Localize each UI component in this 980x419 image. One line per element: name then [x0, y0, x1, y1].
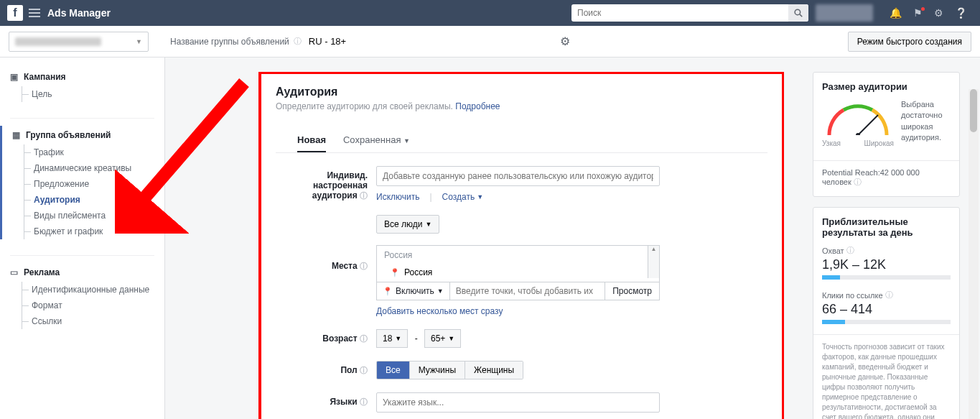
- account-avatar[interactable]: [816, 4, 873, 22]
- sidebar-item-identity[interactable]: Идентификационные данные: [22, 282, 164, 298]
- create-link[interactable]: Создать ▼: [442, 192, 484, 202]
- tab-new[interactable]: Новая: [297, 129, 326, 152]
- adset-icon: ▦: [12, 130, 20, 140]
- gender-men[interactable]: Мужчины: [410, 362, 465, 379]
- sidebar-section-adset: ▦Группа объявлений Трафик Динамические к…: [0, 126, 164, 239]
- reach-label: Охват ⓘ: [822, 245, 951, 256]
- reach-value: 1,9K – 12K: [822, 257, 951, 272]
- clicks-value: 66 – 414: [822, 302, 951, 317]
- chevron-down-icon: ▼: [136, 38, 142, 45]
- app-title: Ads Manager: [47, 7, 111, 19]
- top-bar: f Ads Manager 🔔 ⚑ ⚙ ❔: [0, 0, 980, 26]
- campaign-icon: ▣: [10, 72, 18, 82]
- gauge-narrow-label: Узкая: [822, 139, 841, 147]
- location-input[interactable]: [450, 282, 605, 300]
- daily-results-title: Приблизительные результаты за день: [822, 216, 951, 238]
- info-icon[interactable]: ⓘ: [846, 245, 854, 256]
- chevron-down-icon: ▼: [425, 221, 431, 228]
- age-label: Возраст ⓘ: [276, 329, 376, 344]
- gender-segmented: Все Мужчины Женщины: [376, 361, 523, 379]
- bell-icon[interactable]: 🔔: [890, 7, 902, 19]
- languages-input[interactable]: [376, 392, 660, 413]
- potential-reach: Potential Reach:42 000 000 человек ⓘ: [822, 168, 951, 188]
- audience-size-msg: Выбрана достаточно широкая аудитория.: [901, 99, 951, 144]
- svg-point-0: [795, 9, 801, 15]
- gender-all[interactable]: Все: [377, 362, 410, 379]
- search-button[interactable]: [788, 4, 808, 22]
- location-item-russia[interactable]: 📍Россия: [377, 264, 659, 282]
- info-icon[interactable]: ⓘ: [360, 191, 368, 200]
- audience-size-title: Размер аудитории: [822, 81, 951, 92]
- sidebar-item-format[interactable]: Формат: [22, 298, 164, 313]
- sidebar-item-goal[interactable]: Цель: [22, 86, 164, 102]
- info-icon[interactable]: ⓘ: [294, 36, 302, 47]
- svg-line-2: [858, 115, 878, 135]
- info-icon[interactable]: ⓘ: [854, 178, 862, 186]
- age-max-dropdown[interactable]: 65+ ▼: [424, 329, 461, 348]
- include-dropdown[interactable]: 📍Включить ▼: [377, 282, 450, 300]
- exclude-link[interactable]: Исключить: [376, 192, 419, 202]
- reach-bar: [822, 275, 951, 280]
- info-icon[interactable]: ⓘ: [360, 397, 368, 406]
- svg-line-1: [800, 14, 802, 17]
- search-icon: [794, 9, 803, 17]
- sidebar-item-budget[interactable]: Бюджет и график: [24, 224, 164, 239]
- info-icon[interactable]: ⓘ: [360, 366, 368, 374]
- sidebar-section-campaign: ▣Кампания Цель: [0, 68, 164, 102]
- sidebar-item-links[interactable]: Ссылки: [22, 313, 164, 329]
- browse-button[interactable]: Просмотр: [605, 282, 659, 300]
- menu-icon[interactable]: [29, 6, 40, 19]
- locations-label: Места ⓘ: [276, 239, 376, 272]
- results-note: Точность прогнозов зависит от таких факт…: [822, 342, 951, 419]
- custom-audience-input[interactable]: [376, 166, 660, 186]
- chevron-down-icon: ▼: [395, 335, 401, 342]
- sidebar-section-ad: ▭Реклама Идентификационные данные Формат…: [0, 263, 164, 329]
- account-dropdown[interactable]: ▼: [9, 32, 149, 52]
- ad-icon: ▭: [10, 267, 18, 277]
- section-title: Аудитория: [276, 86, 767, 98]
- clicks-label: Клики по ссылке ⓘ: [822, 290, 951, 300]
- sidebar-item-dynamic[interactable]: Динамические креативы: [24, 160, 164, 176]
- info-icon[interactable]: ⓘ: [360, 262, 368, 270]
- sidebar-campaign-title: Кампания: [24, 72, 66, 82]
- daily-results-card: Приблизительные результаты за день Охват…: [813, 207, 960, 419]
- sidebar-item-audience[interactable]: Аудитория: [24, 192, 164, 208]
- flag-icon[interactable]: ⚑: [913, 7, 923, 19]
- quick-create-button[interactable]: Режим быстрого создания: [848, 32, 971, 52]
- sidebar: ▣Кампания Цель ▦Группа объявлений Трафик…: [0, 57, 165, 419]
- custom-audience-label: Индивид. настроенная аудитория ⓘ: [276, 166, 376, 201]
- gauge-broad-label: Широкая: [864, 139, 894, 147]
- location-scrollbar[interactable]: ▲: [648, 246, 659, 278]
- sidebar-item-offer[interactable]: Предложение: [24, 176, 164, 192]
- gear-icon[interactable]: ⚙: [934, 7, 943, 19]
- help-icon[interactable]: ❔: [955, 7, 967, 19]
- gauge-meter: [822, 99, 894, 135]
- info-icon[interactable]: ⓘ: [360, 334, 368, 343]
- adset-name-label: Название группы объявлений: [170, 37, 289, 47]
- bulk-locations-link[interactable]: Добавить несколько мест сразу: [376, 306, 503, 316]
- chevron-down-icon: ▼: [477, 193, 483, 201]
- age-separator: -: [415, 333, 418, 344]
- languages-label: Языки ⓘ: [276, 392, 376, 408]
- people-dropdown[interactable]: Все люди ▼: [376, 215, 439, 234]
- sub-header: ▼ Название группы объявлений ⓘ ⚙ Режим б…: [0, 26, 980, 57]
- chevron-down-icon: ▼: [437, 287, 444, 295]
- sidebar-ad-title: Реклама: [24, 267, 60, 277]
- section-subtitle: Определите аудиторию для своей рекламы. …: [276, 101, 767, 111]
- main-scrollbar[interactable]: [969, 89, 979, 419]
- search-input[interactable]: [571, 8, 788, 18]
- info-icon[interactable]: ⓘ: [885, 290, 893, 300]
- sidebar-item-traffic[interactable]: Трафик: [24, 144, 164, 160]
- tab-saved[interactable]: Сохраненная ▼: [343, 129, 410, 152]
- audience-tabs: Новая Сохраненная ▼: [276, 129, 767, 153]
- gender-women[interactable]: Женщины: [465, 362, 523, 379]
- audience-form-highlight: Аудитория Определите аудиторию для своей…: [258, 72, 784, 419]
- location-box: ▲ Россия 📍Россия 📍Включить ▼ Просмотр: [376, 245, 660, 300]
- adset-gear-icon[interactable]: ⚙: [560, 34, 570, 48]
- clicks-bar: [822, 320, 951, 324]
- learn-more-link[interactable]: Подробнее: [455, 101, 500, 111]
- age-min-dropdown[interactable]: 18 ▼: [376, 329, 408, 348]
- facebook-logo[interactable]: f: [7, 5, 23, 21]
- adset-name-input[interactable]: [309, 36, 553, 47]
- sidebar-item-placements[interactable]: Виды плейсмента: [24, 208, 164, 224]
